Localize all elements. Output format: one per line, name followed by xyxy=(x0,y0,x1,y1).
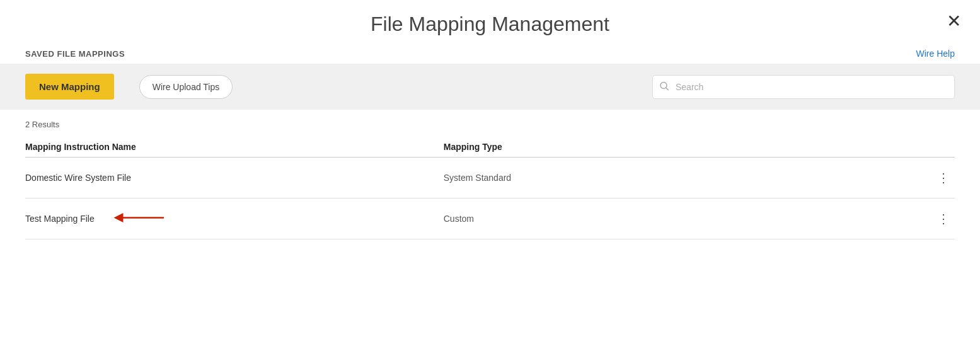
kebab-menu-button[interactable]: ⋮ xyxy=(932,210,955,227)
search-container xyxy=(652,75,955,99)
close-button[interactable]: ✕ xyxy=(947,13,961,30)
column-header-type: Mapping Type xyxy=(444,142,862,152)
column-header-name: Mapping Instruction Name xyxy=(25,142,444,152)
toolbar: New Mapping Wire Upload Tips xyxy=(0,64,980,110)
results-section: 2 Results Mapping Instruction Name Mappi… xyxy=(0,110,980,239)
section-title: SAVED FILE MAPPINGS xyxy=(25,49,125,59)
new-mapping-button[interactable]: New Mapping xyxy=(25,74,114,100)
page-title: File Mapping Management xyxy=(371,13,609,36)
row-mapping-name: Test Mapping File xyxy=(25,214,444,224)
table-rows: Domestic Wire System FileSystem Standard… xyxy=(25,158,955,239)
row-mapping-type: System Standard xyxy=(444,173,862,183)
section-header: SAVED FILE MAPPINGS Wire Help xyxy=(0,42,980,64)
results-count: 2 Results xyxy=(25,120,955,129)
page-header: File Mapping Management ✕ xyxy=(0,0,980,42)
wire-help-link[interactable]: Wire Help xyxy=(916,49,955,59)
row-mapping-name: Domestic Wire System File xyxy=(25,173,444,183)
row-actions: ⋮ xyxy=(862,169,955,187)
wire-upload-tips-button[interactable]: Wire Upload Tips xyxy=(139,75,233,99)
table-header: Mapping Instruction Name Mapping Type xyxy=(25,137,955,157)
kebab-menu-button[interactable]: ⋮ xyxy=(932,169,955,187)
row-mapping-type: Custom xyxy=(444,214,862,224)
arrow-annotation xyxy=(113,211,167,227)
row-actions: ⋮ xyxy=(862,210,955,227)
table-row: Domestic Wire System FileSystem Standard… xyxy=(25,158,955,199)
search-input[interactable] xyxy=(652,75,955,99)
table-row: Test Mapping File Custom⋮ xyxy=(25,199,955,239)
